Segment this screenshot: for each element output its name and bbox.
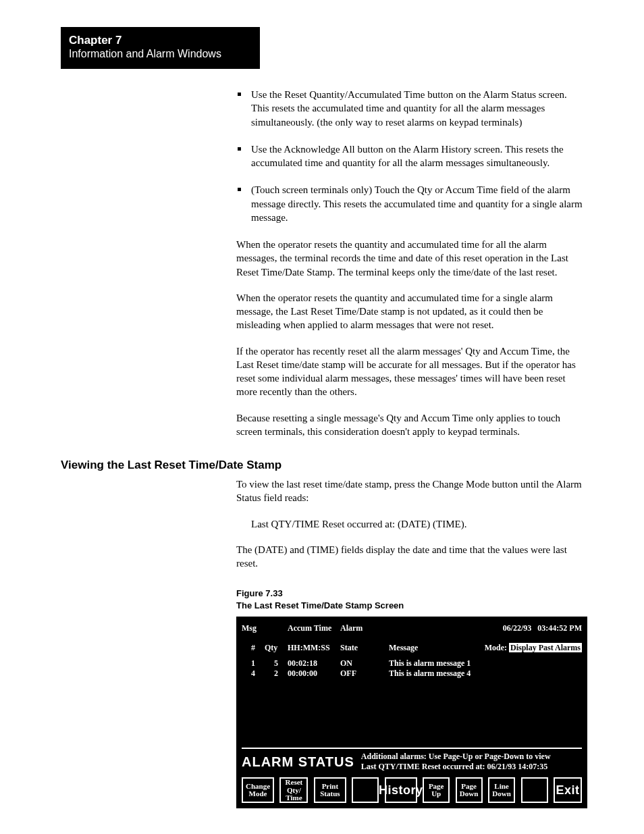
blank-button	[352, 777, 379, 803]
cell-msg: 4	[242, 669, 265, 679]
page-down-button[interactable]: Page Down	[456, 777, 483, 803]
figure-caption: Figure 7.33 The Last Reset Time/Date Sta…	[236, 588, 583, 611]
col-header: HH:MM:SS	[288, 643, 340, 653]
change-mode-button[interactable]: Change Mode	[242, 777, 274, 803]
col-header: Message	[371, 643, 452, 653]
cell-qty: 5	[265, 658, 288, 669]
line-down-button[interactable]: Line Down	[488, 777, 515, 803]
paragraph: Because resetting a single message's Qty…	[236, 411, 583, 439]
paragraph: The (DATE) and (TIME) fields display the…	[236, 543, 583, 571]
reset-qty-time-button[interactable]: Reset Qty/ Time	[279, 777, 308, 803]
blank-button	[521, 777, 548, 803]
col-header: Msg	[242, 623, 265, 633]
figure-number: Figure 7.33	[236, 588, 583, 600]
table-row: 4 2 00:00:00 OFF This is alarm message 4	[242, 669, 582, 679]
bullet-list: Use the Reset Quantity/Accumulated Time …	[236, 88, 583, 224]
cell-state: OFF	[340, 669, 371, 679]
alarm-status-label: ALARM STATUS	[242, 754, 354, 770]
table-row: 1 5 00:02:18 ON This is alarm message 1	[242, 658, 582, 669]
col-header: State	[340, 643, 371, 653]
paragraph: To view the last reset time/date stamp, …	[236, 477, 583, 505]
mode-label: Mode:	[485, 643, 507, 652]
print-status-button[interactable]: Print Status	[314, 777, 346, 803]
list-item: Use the Acknowledge All button on the Al…	[236, 142, 583, 170]
cell-state: ON	[340, 658, 371, 669]
terminal-screen: Msg Accum Time Alarm 06/22/93 03:44:52 P…	[236, 617, 587, 808]
col-header: Alarm	[340, 623, 371, 633]
list-item: Use the Reset Quantity/Accumulated Time …	[236, 88, 583, 129]
history-button[interactable]: History	[385, 777, 417, 803]
mode-value: Display Past Alarms	[509, 643, 582, 652]
figure-title: The Last Reset Time/Date Stamp Screen	[236, 600, 583, 612]
cell-time: 00:02:18	[288, 658, 340, 669]
section-heading: Viewing the Last Reset Time/Date Stamp	[61, 459, 583, 472]
paragraph: When the operator resets the quantity an…	[236, 238, 583, 279]
cell-msg: 1	[242, 658, 265, 669]
paragraph: When the operator resets the quantity an…	[236, 291, 583, 332]
cell-qty: 2	[265, 669, 288, 679]
chapter-title: Chapter 7	[69, 34, 252, 47]
cell-message: This is alarm message 1	[371, 658, 582, 669]
date-value: 06/22/93	[503, 623, 532, 633]
cell-message: This is alarm message 4	[371, 669, 582, 679]
paragraph: If the operator has recently reset all t…	[236, 344, 583, 399]
list-item: (Touch screen terminals only) Touch the …	[236, 183, 583, 224]
chapter-subtitle: Information and Alarm Windows	[69, 47, 252, 61]
col-header: Qty	[265, 643, 288, 653]
col-header: #	[242, 643, 265, 653]
time-value: 03:44:52 PM	[537, 623, 582, 633]
col-header: Accum Time	[288, 623, 340, 633]
exit-button[interactable]: Exit	[554, 777, 582, 803]
mode-line: Last QTY/TIME Reset occurred at: (DATE) …	[251, 517, 583, 531]
status-message: Last QTY/TIME Reset occurred at: 06/21/9…	[361, 762, 551, 772]
page-up-button[interactable]: Page Up	[423, 777, 450, 803]
cell-time: 00:00:00	[288, 669, 340, 679]
button-row: Change Mode Reset Qty/ Time Print Status…	[242, 777, 582, 803]
status-message: Additional alarms: Use Page-Up or Page-D…	[361, 752, 551, 762]
chapter-header: Chapter 7 Information and Alarm Windows	[61, 27, 260, 69]
